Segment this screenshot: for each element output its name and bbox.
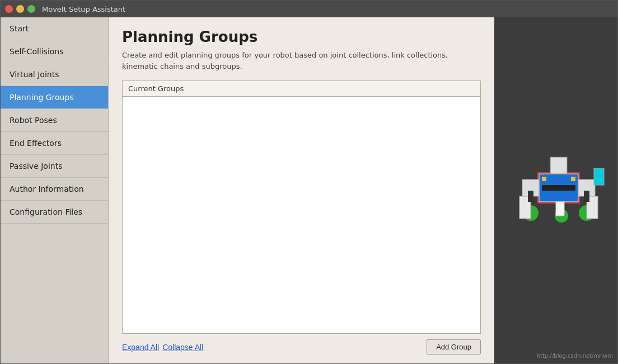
expand-all-button[interactable]: Expand All xyxy=(122,343,159,352)
robot-svg xyxy=(494,17,617,347)
svg-rect-12 xyxy=(550,157,567,174)
content-area: Start Self-Collisions Virtual Joints Pla… xyxy=(1,17,617,363)
window: MoveIt Setup Assistant Start Self-Collis… xyxy=(0,0,618,364)
sidebar-item-planning-groups[interactable]: Planning Groups xyxy=(1,86,108,109)
sidebar: Start Self-Collisions Virtual Joints Pla… xyxy=(1,17,109,363)
svg-rect-5 xyxy=(542,177,546,181)
sidebar-item-configuration-files[interactable]: Configuration Files xyxy=(1,201,108,224)
groups-box-header: Current Groups xyxy=(123,81,480,97)
minimize-button[interactable] xyxy=(16,5,24,13)
sidebar-item-robot-poses[interactable]: Robot Poses xyxy=(1,109,108,132)
page-description: Create and edit planning groups for your… xyxy=(122,50,481,72)
svg-rect-17 xyxy=(584,191,589,202)
footer-links: Expand All Collapse All xyxy=(122,343,203,352)
svg-rect-15 xyxy=(542,185,575,191)
svg-rect-14 xyxy=(556,202,564,216)
svg-rect-6 xyxy=(571,177,575,181)
groups-box: Current Groups xyxy=(122,81,481,334)
watermark-text: http://blog.csdn.net/mrlwm xyxy=(537,353,613,359)
close-button[interactable] xyxy=(5,5,13,13)
svg-rect-13 xyxy=(594,168,604,185)
collapse-all-button[interactable]: Collapse All xyxy=(162,343,203,352)
svg-rect-16 xyxy=(528,191,533,202)
add-group-button[interactable]: Add Group xyxy=(427,339,481,354)
sidebar-item-passive-joints[interactable]: Passive Joints xyxy=(1,155,108,178)
sidebar-item-virtual-joints[interactable]: Virtual Joints xyxy=(1,63,108,86)
sidebar-item-self-collisions[interactable]: Self-Collisions xyxy=(1,40,108,63)
titlebar: MoveIt Setup Assistant xyxy=(1,1,617,17)
sidebar-item-end-effectors[interactable]: End Effectors xyxy=(1,132,108,155)
sidebar-item-start[interactable]: Start xyxy=(1,17,108,40)
window-title: MoveIt Setup Assistant xyxy=(42,5,125,13)
sidebar-spacer xyxy=(1,224,108,363)
main-panel: Planning Groups Create and edit planning… xyxy=(109,17,494,363)
groups-box-body xyxy=(123,97,480,333)
robot-panel: http://blog.csdn.net/mrlwm xyxy=(494,17,617,363)
sidebar-item-author-information[interactable]: Author Information xyxy=(1,178,108,201)
groups-footer: Expand All Collapse All Add Group xyxy=(122,339,481,354)
page-title: Planning Groups xyxy=(122,29,481,45)
robot-canvas: http://blog.csdn.net/mrlwm xyxy=(494,17,617,363)
maximize-button[interactable] xyxy=(27,5,35,13)
